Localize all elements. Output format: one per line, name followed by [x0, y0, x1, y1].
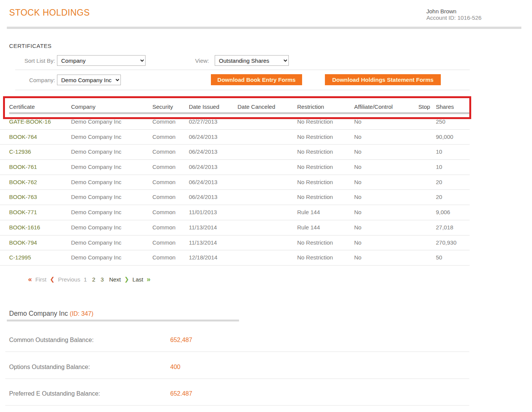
affiliate-control-cell: No: [354, 160, 361, 175]
shares-cell: 50: [436, 250, 442, 265]
first-page-icon[interactable]: «: [28, 275, 32, 283]
company-row-divider: [15, 90, 470, 90]
table-row: BOOK-1616 Demo Company Inc Common 11/13/…: [0, 220, 470, 235]
restriction-cell: No Restriction: [297, 250, 333, 265]
certificate-link[interactable]: BOOK-761: [9, 160, 37, 175]
company-cell: Demo Company Inc: [71, 175, 122, 190]
next-page-link[interactable]: Next: [109, 276, 121, 283]
affiliate-control-cell: No: [354, 190, 361, 205]
restriction-cell: No Restriction: [297, 235, 333, 250]
account-id: Account ID: 1016-526: [426, 14, 481, 21]
shares-cell: 90,000: [436, 130, 453, 145]
certificates-section-title: CERTIFICATES: [9, 43, 52, 49]
shares-cell: 250: [436, 115, 445, 129]
company-cell: Demo Company Inc: [71, 115, 122, 129]
last-page-link[interactable]: Last: [133, 276, 143, 283]
date-issued-cell: 06/24/2013: [189, 145, 217, 159]
stock-holdings-page: STOCK HOLDINGS John Brown Account ID: 10…: [0, 0, 532, 412]
table-row: BOOK-794 Demo Company Inc Common 11/13/2…: [0, 235, 470, 251]
security-cell: Common: [152, 160, 176, 175]
download-holdings-statement-forms-button[interactable]: Download Holdings Statement Forms: [325, 74, 441, 85]
shares-cell: 27,018: [436, 220, 453, 235]
shares-cell: 20: [436, 190, 442, 205]
shares-cell: 10: [436, 160, 442, 175]
account-user-name: John Brown: [426, 8, 481, 14]
security-cell: Common: [152, 190, 176, 205]
next-page-icon[interactable]: ❯: [124, 275, 129, 283]
table-body: GATE-BOOK-16 Demo Company Inc Common 02/…: [0, 115, 470, 266]
company-cell: Demo Company Inc: [71, 205, 122, 220]
column-header-shares: Shares: [436, 103, 454, 110]
company-cell: Demo Company Inc: [71, 250, 122, 265]
options-outstanding-balance-value: 400: [170, 364, 180, 371]
affiliate-control-cell: No: [354, 220, 361, 235]
restriction-cell: No Restriction: [297, 115, 333, 129]
date-issued-cell: 11/13/2014: [189, 220, 217, 235]
column-header-date-canceled: Date Canceled: [238, 103, 275, 110]
certificate-link[interactable]: C-12995: [9, 250, 31, 265]
page-number-2-link[interactable]: 2: [92, 276, 95, 283]
pagination: « First ❮ Previous 1 2 3 Next ❯ Last »: [28, 275, 154, 283]
affiliate-control-cell: No: [354, 115, 361, 129]
security-cell: Common: [152, 205, 176, 220]
shares-cell: 10: [436, 145, 442, 159]
table-header-underline: [9, 112, 469, 114]
balance-divider: [5, 405, 469, 406]
security-cell: Common: [152, 250, 176, 265]
certificate-link[interactable]: BOOK-764: [9, 130, 37, 145]
sort-list-by-select[interactable]: Company: [57, 55, 146, 66]
summary-company-name: Demo Company Inc: [9, 310, 68, 317]
company-select[interactable]: Demo Company Inc: [57, 75, 121, 85]
view-select[interactable]: Outstanding Shares: [215, 55, 289, 66]
date-issued-cell: 06/24/2013: [189, 190, 217, 205]
table-row: BOOK-763 Demo Company Inc Common 06/24/2…: [0, 190, 470, 205]
affiliate-control-cell: No: [354, 205, 361, 220]
header-divider: [7, 27, 521, 29]
previous-page-link[interactable]: Previous: [58, 276, 80, 283]
first-page-link[interactable]: First: [35, 276, 46, 283]
shares-cell: 20: [436, 175, 442, 190]
date-issued-cell: 06/24/2013: [189, 130, 217, 145]
preferred-e-outstanding-balance-label: Preferred E Outstanding Balance:: [9, 390, 100, 397]
company-cell: Demo Company Inc: [71, 145, 122, 159]
date-issued-cell: 06/24/2013: [189, 160, 217, 175]
date-issued-cell: 11/13/2014: [189, 235, 217, 250]
certificate-link[interactable]: BOOK-763: [9, 190, 37, 205]
date-issued-cell: 11/01/2013: [189, 205, 217, 220]
security-cell: Common: [152, 115, 176, 129]
certificate-link[interactable]: C-12936: [9, 145, 31, 159]
column-header-affiliate-control: Affiliate/Control: [354, 103, 393, 110]
view-label: View:: [182, 57, 209, 64]
affiliate-control-cell: No: [354, 175, 361, 190]
last-page-icon[interactable]: »: [147, 275, 150, 283]
certificate-link[interactable]: BOOK-1616: [9, 220, 40, 235]
affiliate-control-cell: No: [354, 250, 361, 265]
certificate-link[interactable]: BOOK-762: [9, 175, 37, 190]
table-row: BOOK-771 Demo Company Inc Common 11/01/2…: [0, 205, 470, 220]
affiliate-control-cell: No: [354, 130, 361, 145]
certificate-link[interactable]: BOOK-771: [9, 205, 37, 220]
certificate-link[interactable]: GATE-BOOK-16: [9, 115, 51, 129]
security-cell: Common: [152, 145, 176, 159]
affiliate-control-cell: No: [354, 145, 361, 159]
affiliate-control-cell: No: [354, 235, 361, 250]
column-header-restriction: Restriction: [297, 103, 324, 110]
page-number-3-link[interactable]: 3: [101, 276, 104, 283]
company-cell: Demo Company Inc: [71, 220, 122, 235]
table-row: BOOK-761 Demo Company Inc Common 06/24/2…: [0, 160, 470, 175]
date-issued-cell: 12/18/2014: [189, 250, 217, 265]
table-row: BOOK-764 Demo Company Inc Common 06/24/2…: [0, 130, 470, 145]
column-header-security: Security: [152, 103, 173, 110]
download-book-entry-forms-button[interactable]: Download Book Entry Forms: [211, 74, 302, 85]
common-outstanding-balance-value: 652,487: [170, 337, 192, 344]
balance-divider: [5, 379, 469, 379]
certificate-link[interactable]: BOOK-794: [9, 235, 37, 250]
date-issued-cell: 02/27/2013: [189, 115, 217, 129]
balance-divider: [5, 352, 469, 352]
company-cell: Demo Company Inc: [71, 130, 122, 145]
previous-page-icon[interactable]: ❮: [50, 275, 55, 283]
table-row: GATE-BOOK-16 Demo Company Inc Common 02/…: [0, 115, 470, 130]
restriction-cell: No Restriction: [297, 130, 333, 145]
date-issued-cell: 06/24/2013: [189, 175, 217, 190]
page-number-1-current[interactable]: 1: [84, 276, 87, 283]
